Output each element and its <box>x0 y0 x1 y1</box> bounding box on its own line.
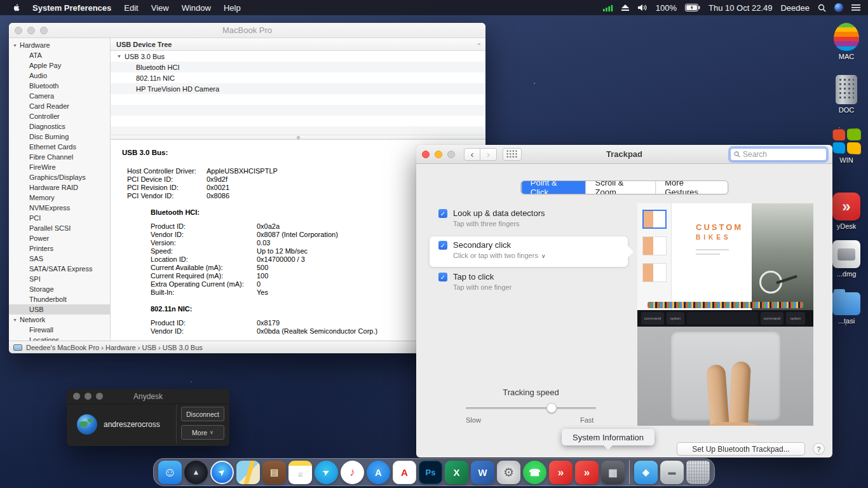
802.11n NIC[interactable]: 802.11n NIC <box>111 72 485 83</box>
help-button[interactable]: ? <box>813 443 825 455</box>
Thunderbolt[interactable]: Thunderbolt <box>9 294 110 304</box>
disconnect-button[interactable]: Disconnect <box>181 407 224 421</box>
Controller[interactable]: Controller <box>9 111 110 121</box>
Firewall[interactable]: Firewall <box>9 325 110 335</box>
Storage[interactable]: Storage <box>9 284 110 294</box>
word[interactable]: W <box>471 461 494 484</box>
SAS[interactable]: SAS <box>9 254 110 264</box>
setup-bluetooth-trackpad-button[interactable]: Set Up Bluetooth Trackpad... <box>677 442 805 456</box>
clock[interactable]: Thu 10 Oct 22.49 <box>709 3 772 13</box>
SPI[interactable]: SPI <box>9 274 110 284</box>
Diagnostics[interactable]: Diagnostics <box>9 121 110 132</box>
Ethernet Cards[interactable]: Ethernet Cards <box>9 142 110 152</box>
Locations[interactable]: Locations <box>9 335 110 341</box>
maps[interactable] <box>236 461 260 484</box>
Card Reader[interactable]: Card Reader <box>9 101 110 111</box>
Scroll & Zoom[interactable]: Scroll & Zoom <box>586 181 656 194</box>
Power[interactable]: Power <box>9 233 110 243</box>
disclosure-triangle-icon[interactable]: ▼ <box>13 43 20 48</box>
show-all-button[interactable] <box>503 148 522 161</box>
spotlight-icon[interactable] <box>818 4 826 12</box>
separator[interactable] <box>629 460 630 484</box>
Hardware[interactable]: ▼ Hardware <box>9 40 110 50</box>
Audio[interactable]: Audio <box>9 71 110 81</box>
signal-icon[interactable] <box>603 4 613 11</box>
USB 3.0 Bus[interactable]: ▼ USB 3.0 Bus <box>111 51 485 62</box>
disclosure-triangle-icon[interactable]: ▼ <box>117 54 125 58</box>
active-app-menu[interactable]: System Preferences <box>32 3 111 13</box>
minimize-button[interactable] <box>27 27 35 34</box>
system-preferences[interactable]: ⚙ <box>497 461 520 484</box>
slider-thumb[interactable] <box>546 403 557 413</box>
checkbox-secondary-click[interactable] <box>438 241 447 250</box>
minimize-button[interactable] <box>435 151 442 158</box>
Disc Burning[interactable]: Disc Burning <box>9 132 110 142</box>
journal[interactable]: ▤ <box>262 461 286 484</box>
eject-icon[interactable] <box>621 4 629 11</box>
More Gestures[interactable]: More Gestures <box>655 181 728 194</box>
desktop-icon-doc[interactable]: DOC <box>826 75 867 114</box>
Network[interactable]: ▼ Network <box>9 315 110 325</box>
trash[interactable] <box>686 461 710 484</box>
title-bar[interactable]: ‹ › Trackpad <box>416 145 832 164</box>
USB[interactable]: USB <box>9 304 110 315</box>
acrobat-reader[interactable]: A <box>393 461 416 484</box>
Hardware RAID[interactable]: Hardware RAID <box>9 182 110 193</box>
option-dropdown[interactable]: Click or tap with two fingers∨ <box>453 252 545 259</box>
Printers[interactable]: Printers <box>9 243 110 254</box>
Bluetooth[interactable]: Bluetooth <box>9 81 110 91</box>
launchpad[interactable]: ▲ <box>184 461 208 484</box>
checkbox-tap-to-click[interactable] <box>438 273 447 281</box>
notes[interactable]: ≡ <box>288 461 312 484</box>
menu-item[interactable]: Edit <box>124 3 138 13</box>
battery-icon[interactable] <box>685 4 700 11</box>
splitter-handle[interactable] <box>111 135 485 140</box>
Camera[interactable]: Camera <box>9 91 110 101</box>
back-button[interactable]: ‹ <box>464 148 480 161</box>
user-menu[interactable]: Deedee <box>780 3 810 13</box>
forward-button[interactable]: › <box>480 148 497 161</box>
disclosure-triangle-icon[interactable]: ▼ <box>13 318 20 322</box>
ATA[interactable]: ATA <box>9 50 110 60</box>
SATA/SATA Express[interactable]: SATA/SATA Express <box>9 264 110 274</box>
finder[interactable]: ☺ <box>158 461 182 484</box>
anydesk-2[interactable]: » <box>575 461 599 484</box>
menu-item[interactable]: View <box>151 3 169 13</box>
volume-icon[interactable] <box>637 4 648 11</box>
Point & Click[interactable]: Point & Click <box>521 181 586 194</box>
collapse-chevron-icon[interactable]: › <box>475 43 482 45</box>
blue-app[interactable]: ◈ <box>634 461 658 484</box>
apple-menu[interactable] <box>11 3 20 13</box>
more-button[interactable]: More∨ <box>181 425 224 440</box>
search-field[interactable] <box>730 148 827 161</box>
Graphics/Displays[interactable]: Graphics/Displays <box>9 172 110 182</box>
search-input[interactable] <box>743 150 816 159</box>
Apple Pay[interactable]: Apple Pay <box>9 60 110 71</box>
NVMExpress[interactable]: NVMExpress <box>9 203 110 213</box>
menu-item[interactable]: Help <box>224 3 241 13</box>
FireWire[interactable]: FireWire <box>9 162 110 172</box>
checkbox-look-up[interactable] <box>438 209 447 218</box>
slider-track[interactable] <box>466 407 596 409</box>
safari[interactable]: ➤ <box>210 461 234 484</box>
menu-item[interactable]: Window <box>182 3 211 13</box>
tracking-speed-slider[interactable] <box>466 403 596 413</box>
desktop-icon-mac[interactable]: MAC <box>826 23 867 60</box>
photoshop[interactable]: Ps <box>419 461 442 484</box>
zoom-button[interactable] <box>40 27 48 34</box>
zoom-button[interactable] <box>447 151 455 158</box>
Memory[interactable]: Memory <box>9 193 110 203</box>
PCI[interactable]: PCI <box>9 213 110 223</box>
excel[interactable]: X <box>445 461 468 484</box>
title-bar[interactable]: Anydesk <box>67 389 229 404</box>
system-information[interactable]: ▦ <box>601 461 625 484</box>
close-button[interactable] <box>15 27 22 34</box>
anydesk[interactable]: » <box>549 461 573 484</box>
Parallel SCSI[interactable]: Parallel SCSI <box>9 223 110 233</box>
HP TrueVision HD Camera[interactable]: HP TrueVision HD Camera <box>111 83 485 94</box>
title-bar[interactable]: MacBook Pro <box>9 23 485 38</box>
hard-drive[interactable]: ▬ <box>660 461 684 484</box>
app-store[interactable]: A <box>367 461 390 484</box>
whatsapp[interactable]: ☎ <box>523 461 546 484</box>
Bluetooth HCI[interactable]: Bluetooth HCI <box>111 62 485 72</box>
